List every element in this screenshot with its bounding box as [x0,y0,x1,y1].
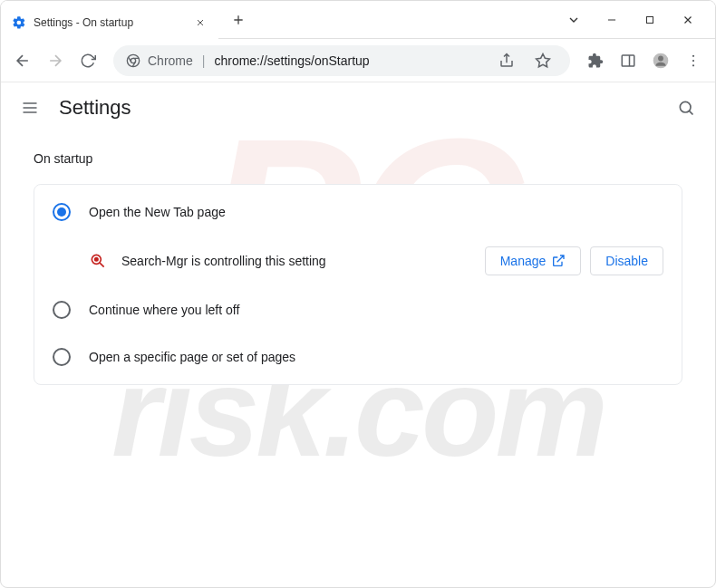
maximize-button[interactable] [639,9,661,31]
chrome-icon [126,53,140,68]
svg-point-5 [658,55,663,61]
forward-button[interactable] [41,46,70,75]
open-external-icon [551,254,566,268]
section-title: On startup [34,151,682,166]
sidepanel-icon[interactable] [614,46,643,75]
option-label: Open a specific page or set of pages [89,350,295,364]
page-title: Settings [59,96,131,120]
disable-button-label: Disable [605,254,648,268]
bookmark-star-icon[interactable] [528,46,557,75]
svg-rect-3 [622,55,634,66]
titlebar: Settings - On startup [1,1,715,39]
browser-tab[interactable]: Settings - On startup [1,6,218,39]
address-prefix: Chrome [148,53,193,68]
address-bar[interactable]: Chrome | chrome://settings/onStartup [113,45,570,76]
minimize-button[interactable] [601,9,623,31]
option-label: Continue where you left off [89,303,239,317]
startup-card: Open the New Tab page Search-Mgr is cont… [34,184,682,385]
extension-warning-icon [89,252,107,270]
toolbar: Chrome | chrome://settings/onStartup [1,39,715,82]
radio-unselected-icon[interactable] [53,348,71,366]
window-controls [547,9,715,31]
tab-title: Settings - On startup [34,16,186,29]
hamburger-menu-icon[interactable] [19,97,41,119]
chevron-down-icon[interactable] [563,9,585,31]
option-new-tab[interactable]: Open the New Tab page [34,188,682,236]
svg-rect-0 [647,16,653,23]
extension-notice: Search-Mgr is controlling this setting M… [34,236,682,286]
new-tab-button[interactable] [226,7,251,33]
close-button[interactable] [677,9,699,31]
option-label: Open the New Tab page [89,205,226,219]
svg-point-6 [692,54,694,56]
manage-button-label: Manage [500,254,547,268]
reload-button[interactable] [73,46,102,75]
option-specific-pages[interactable]: Open a specific page or set of pages [34,333,682,381]
content: On startup Open the New Tab page Search-… [1,133,715,403]
address-url: chrome://settings/onStartup [214,53,369,68]
svg-point-11 [95,258,98,261]
address-separator: | [202,53,206,68]
extensions-icon[interactable] [581,46,610,75]
radio-unselected-icon[interactable] [53,301,71,319]
menu-icon[interactable] [679,46,708,75]
disable-button[interactable]: Disable [590,246,663,275]
tab-close-icon[interactable] [193,15,208,30]
profile-icon[interactable] [646,46,675,75]
svg-point-8 [692,64,694,66]
option-continue[interactable]: Continue where you left off [34,286,682,333]
svg-point-9 [680,101,691,112]
search-icon[interactable] [675,97,697,119]
settings-favicon-icon [12,15,26,30]
back-button[interactable] [8,46,37,75]
settings-header: Settings [1,82,715,133]
svg-point-7 [692,59,694,61]
radio-selected-icon[interactable] [53,203,71,221]
extension-notice-text: Search-Mgr is controlling this setting [121,254,470,268]
share-icon[interactable] [492,46,521,75]
manage-button[interactable]: Manage [485,246,582,275]
